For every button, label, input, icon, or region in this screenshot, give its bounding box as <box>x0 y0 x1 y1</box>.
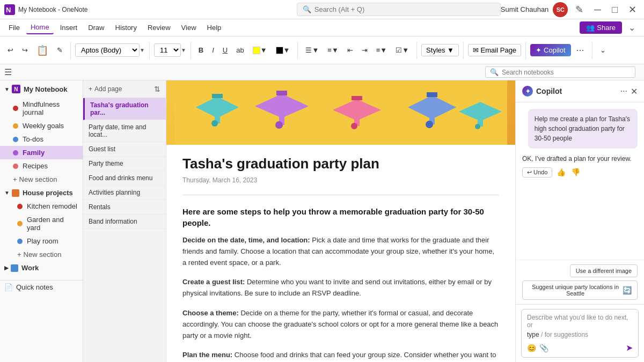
bullet-list-btn[interactable]: ☰▼ <box>302 44 322 56</box>
copilot-icon: ✦ <box>536 46 541 54</box>
redo-btn[interactable]: ↪ <box>19 44 31 56</box>
menu-help[interactable]: Help <box>203 21 226 34</box>
page-item-party-date[interactable]: Party date, time and locat... <box>83 120 166 142</box>
page-item-rentals[interactable]: Rentals <box>83 200 166 215</box>
page-content: Tasha's graduation party plan Thursday, … <box>166 145 515 362</box>
more-ribbon-btn[interactable]: ··· <box>573 42 588 58</box>
copilot-undo-btn[interactable]: ↩ Undo <box>522 167 552 178</box>
sidebar-item-kitchen[interactable]: Kitchen remodel <box>0 200 83 213</box>
menu-file[interactable]: File <box>4 21 24 34</box>
sidebar-item-weekly[interactable]: Weekly goals <box>0 119 83 132</box>
ribbon-sep-2 <box>149 42 150 59</box>
emoji-icon[interactable]: 😊 <box>527 344 536 352</box>
copilot-ai-response: OK, I've drafted a plan for your review.… <box>522 154 638 178</box>
page-item-activities[interactable]: Activities planning <box>83 186 166 200</box>
menu-review[interactable]: Review <box>143 21 175 34</box>
add-section-1[interactable]: + New section <box>0 173 83 186</box>
copilot-ribbon-btn[interactable]: ✦ Copilot <box>530 44 570 56</box>
sidebar-item-family[interactable]: Family <box>0 146 83 159</box>
content-section-menu: Plan the menu: Choose food and drinks th… <box>182 350 499 362</box>
paragraph-align-btn[interactable]: ≡▼ <box>373 44 390 56</box>
collapse-ribbon-btn[interactable]: ⌄ <box>597 44 609 56</box>
page-list: + Add page ⇅ Tasha's graduation par... P… <box>83 80 166 362</box>
page-item-tasha-grad[interactable]: Tasha's graduation par... <box>83 98 166 120</box>
notebook-chevron: ▼ <box>4 86 10 92</box>
title-bar-text: My Notebook - OneNote <box>18 6 297 13</box>
minimize-btn[interactable]: ─ <box>591 0 604 19</box>
attachment-icon[interactable]: 📎 <box>539 344 548 352</box>
content-text-theme: Choose a theme: Decide on a theme for th… <box>182 308 499 341</box>
thumbs-down-btn[interactable]: 👎 <box>570 167 581 178</box>
user-avatar[interactable]: SC <box>553 2 568 17</box>
styles-btn[interactable]: Styles ▼ <box>421 44 459 56</box>
copilot-input-icons: 😊 📎 ➤ <box>527 343 633 353</box>
content-section-date: Decide on the date, time, and location: … <box>182 235 499 268</box>
add-section-2[interactable]: + New section <box>0 248 83 261</box>
edit-icon[interactable]: ✎ <box>572 0 587 19</box>
menu-home[interactable]: Home <box>26 21 54 34</box>
strikethrough-btn[interactable]: ab <box>233 44 247 56</box>
sidebar-item-garden[interactable]: Garden and yard <box>0 213 83 234</box>
underline-btn[interactable]: U <box>219 44 231 56</box>
menu-history[interactable]: History <box>111 21 141 34</box>
search-notebooks-input[interactable] <box>502 69 631 76</box>
add-page-btn[interactable]: + Add page <box>89 85 122 93</box>
expand-ribbon-btn[interactable]: ⌄ <box>626 20 638 35</box>
close-btn[interactable]: ✕ <box>625 0 640 19</box>
numbered-list-btn[interactable]: ≡▼ <box>324 44 341 56</box>
notebook-header[interactable]: ▼ N My Notebook <box>0 80 83 98</box>
search-notebooks-box[interactable]: 🔍 <box>485 67 635 78</box>
section-group-work[interactable]: ▶ Work <box>0 261 83 275</box>
section-group-house[interactable]: ▼ House projects <box>0 186 83 200</box>
format-painter-btn[interactable]: ✎ <box>54 44 66 56</box>
italic-btn[interactable]: I <box>209 44 217 56</box>
paste-btn[interactable]: 📋 <box>33 42 52 58</box>
sidebar-item-playroom[interactable]: Play room <box>0 234 83 248</box>
indent-btn[interactable]: ⇥ <box>358 44 371 56</box>
copilot-more-btn[interactable]: ··· <box>620 86 627 96</box>
font-size-selector[interactable]: 11 <box>154 43 181 57</box>
svg-point-21 <box>475 124 480 129</box>
copilot-close-btn[interactable]: ✕ <box>631 86 638 97</box>
menu-draw[interactable]: Draw <box>84 21 108 34</box>
tags-btn[interactable]: ☑▼ <box>392 44 412 56</box>
font-family-selector[interactable]: Aptos (Body) <box>75 43 140 57</box>
share-button[interactable]: 👥 Share <box>580 21 622 34</box>
page-item-band-info[interactable]: Band information <box>83 215 166 229</box>
use-different-image-btn[interactable]: Use a different image <box>570 264 638 277</box>
title-bar-search-box[interactable]: 🔍 <box>297 3 501 16</box>
copilot-input-box[interactable]: Describe what you'd like to do next, or … <box>521 309 639 358</box>
weekly-color <box>13 123 18 129</box>
house-chevron: ▼ <box>4 190 10 196</box>
outdent-btn[interactable]: ⇤ <box>344 44 356 56</box>
copilot-send-btn[interactable]: ➤ <box>626 343 633 353</box>
sidebar-item-todos[interactable]: To-dos <box>0 132 83 146</box>
svg-text:N: N <box>6 6 11 14</box>
menu-bar: File Home Insert Draw History Review Vie… <box>0 19 644 36</box>
sort-pages-btn[interactable]: ⇅ <box>154 85 160 93</box>
hamburger-icon[interactable]: ☰ <box>4 67 12 77</box>
quick-notes-item[interactable]: 📄 Quick notes <box>0 280 83 294</box>
copilot-logo: ✦ <box>522 86 533 97</box>
email-page-btn[interactable]: ✉ Email Page <box>468 44 521 56</box>
maximize-btn[interactable]: □ <box>609 0 621 19</box>
ribbon-sep-4 <box>297 42 298 59</box>
menu-insert[interactable]: Insert <box>56 21 82 34</box>
page-item-party-theme[interactable]: Party theme <box>83 157 166 171</box>
copilot-ai-actions: ↩ Undo 👍 👎 <box>522 167 638 178</box>
title-bar: N My Notebook - OneNote 🔍 Sumit Chauhan … <box>0 0 644 19</box>
bold-btn[interactable]: B <box>195 44 207 56</box>
page-item-guest-list[interactable]: Guest list <box>83 142 166 157</box>
thumbs-up-btn[interactable]: 👍 <box>555 167 567 178</box>
undo-btn[interactable]: ↩ <box>4 44 17 56</box>
page-item-food-drinks[interactable]: Food and drinks menu <box>83 171 166 186</box>
menu-view[interactable]: View <box>177 21 201 34</box>
search-input[interactable] <box>314 5 475 13</box>
suggest-locations-btn[interactable]: Suggest unique party locations in Seattl… <box>522 280 638 300</box>
sidebar-item-recipes[interactable]: Recipes <box>0 159 83 173</box>
work-icon <box>11 264 18 272</box>
svg-point-9 <box>275 121 283 129</box>
font-color-btn[interactable]: ▼ <box>273 44 294 56</box>
sidebar-item-mindfulness[interactable]: Mindfulness journal <box>0 98 83 119</box>
highlight-color-btn[interactable]: ▼ <box>250 44 270 56</box>
